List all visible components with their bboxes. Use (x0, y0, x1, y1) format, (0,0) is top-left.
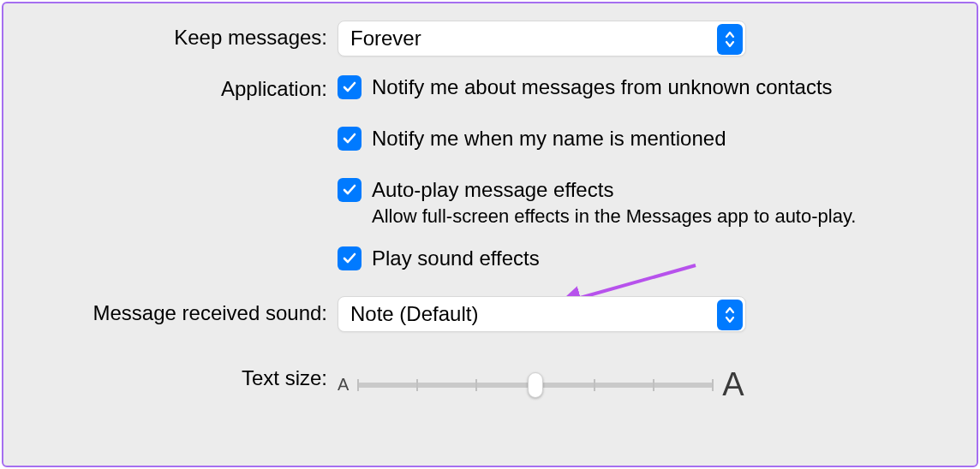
keep-messages-select[interactable]: Forever (338, 21, 746, 56)
text-size-row: Text size: A A (3, 361, 977, 403)
notify-unknown-checkbox[interactable] (338, 75, 362, 99)
notify-mentioned-label: Notify me when my name is mentioned (372, 127, 726, 151)
received-sound-row: Message received sound: Note (Default) (3, 296, 977, 332)
slider-thumb[interactable] (528, 372, 543, 398)
keep-messages-label: Keep messages: (3, 21, 338, 50)
application-label: Application: (3, 72, 338, 101)
slider-tick (712, 379, 714, 391)
play-sound-label: Play sound effects (372, 246, 540, 270)
auto-play-checkbox[interactable] (338, 178, 362, 202)
settings-panel: Keep messages: Forever Application: Not (2, 2, 978, 467)
received-sound-select[interactable]: Note (Default) (338, 296, 746, 332)
notify-mentioned-row: Notify me when my name is mentioned (338, 123, 977, 151)
slider-tick (475, 379, 477, 391)
notify-mentioned-checkbox[interactable] (338, 127, 362, 151)
play-sound-row: Play sound effects (338, 243, 977, 270)
text-size-slider[interactable] (357, 372, 714, 398)
text-size-large-a: A (722, 366, 744, 403)
notify-unknown-label: Notify me about messages from unknown co… (372, 75, 833, 99)
updown-stepper-icon (717, 300, 743, 330)
notify-unknown-row: Notify me about messages from unknown co… (338, 72, 977, 99)
auto-play-row: Auto-play message effects (338, 175, 977, 202)
slider-tick (416, 379, 418, 391)
application-row: Application: Notify me about messages fr… (3, 72, 977, 279)
keep-messages-value: Forever (350, 27, 421, 50)
received-sound-label: Message received sound: (3, 296, 338, 325)
auto-play-description: Allow full-screen effects in the Message… (372, 205, 977, 228)
text-size-small-a: A (338, 375, 349, 395)
play-sound-checkbox[interactable] (338, 246, 362, 270)
slider-tick (653, 379, 654, 391)
slider-tick (357, 379, 359, 391)
updown-stepper-icon (717, 24, 743, 55)
keep-messages-row: Keep messages: Forever (3, 21, 977, 56)
auto-play-label: Auto-play message effects (372, 178, 613, 202)
svg-line-1 (574, 265, 696, 300)
text-size-label: Text size: (3, 361, 338, 390)
slider-tick (594, 379, 595, 391)
received-sound-value: Note (Default) (350, 302, 478, 326)
